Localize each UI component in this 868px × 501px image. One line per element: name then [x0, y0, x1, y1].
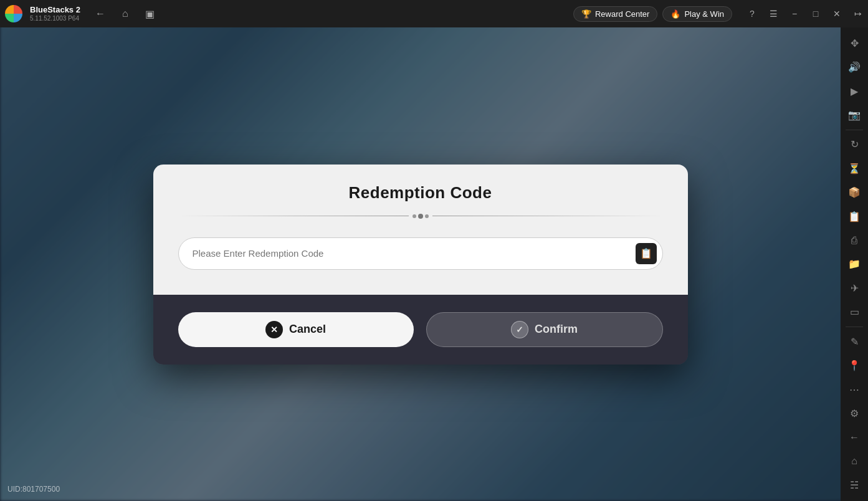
- sidebar-fullscreen-icon[interactable]: ✥: [843, 32, 866, 54]
- sidebar-rotate-icon[interactable]: ↻: [843, 134, 866, 155]
- cancel-icon: ✕: [265, 321, 283, 338]
- sidebar-more-icon[interactable]: ⋯: [843, 379, 866, 400]
- top-bar-right: 🏆 Reward Center 🔥 Play & Win: [573, 6, 732, 22]
- paste-icon: 📋: [640, 247, 652, 259]
- sidebar-settings-icon[interactable]: ⚙: [843, 403, 866, 424]
- sidebar-sound-icon[interactable]: 🔊: [843, 56, 866, 77]
- dialog-top-section: Redemption Code 📋: [153, 165, 688, 295]
- sidebar-timer-icon[interactable]: ⏳: [843, 158, 866, 179]
- sidebar-pages-icon[interactable]: ☵: [843, 475, 866, 496]
- main-area: Redemption Code 📋: [0, 27, 841, 501]
- divider-line-right: [432, 216, 663, 216]
- confirm-label: Confirm: [535, 323, 578, 336]
- minimize-button[interactable]: −: [785, 4, 804, 24]
- app-name: BlueStacks 2: [30, 5, 80, 15]
- play-emoji: 🔥: [670, 9, 680, 19]
- sidebar-pen-icon[interactable]: ✎: [843, 331, 866, 352]
- app-logo: [0, 0, 27, 27]
- reward-emoji: 🏆: [581, 9, 591, 19]
- cancel-label: Cancel: [289, 323, 326, 336]
- redemption-dialog: Redemption Code 📋: [153, 165, 688, 365]
- sidebar-package-icon[interactable]: 📦: [843, 181, 866, 203]
- sidebar-home-icon[interactable]: ⌂: [843, 451, 866, 472]
- uid-label: UID:801707500: [7, 485, 60, 494]
- tabs-button[interactable]: ▣: [140, 4, 160, 24]
- sidebar-divider-1: [846, 130, 863, 130]
- nav-buttons: ← ⌂ ▣: [90, 4, 160, 24]
- sidebar-clipboard-icon[interactable]: 📋: [843, 206, 866, 227]
- divider-line-left: [178, 216, 409, 216]
- sidebar-screenshot-icon[interactable]: ⎙: [843, 229, 866, 250]
- dialog-title: Redemption Code: [178, 183, 663, 203]
- expand-button[interactable]: ↦: [848, 4, 868, 24]
- dialog-bottom-section: ✕ Cancel ✓ Confirm: [153, 295, 688, 365]
- restore-button[interactable]: □: [806, 4, 826, 24]
- sidebar-divider-2: [846, 327, 863, 327]
- right-sidebar: ✥ 🔊 ▶ 📷 ↻ ⏳ 📦 📋 ⎙ 📁 ✈ ▭ ✎ 📍 ⋯ ⚙ ← ⌂ ☵: [841, 27, 868, 501]
- sidebar-folder-icon[interactable]: 📁: [843, 254, 866, 275]
- redemption-code-input[interactable]: [178, 237, 663, 270]
- divider-dot-1: [413, 214, 416, 218]
- dialog-divider: [178, 214, 663, 219]
- sidebar-play-icon[interactable]: ▶: [843, 80, 866, 102]
- sidebar-location-icon[interactable]: 📍: [843, 355, 866, 376]
- top-bar: BlueStacks 2 5.11.52.1003 P64 ← ⌂ ▣ 🏆 Re…: [0, 0, 868, 27]
- reward-label: Reward Center: [595, 9, 649, 19]
- app-version: 5.11.52.1003 P64: [30, 15, 80, 22]
- window-controls: ? ☰ − □ ✕ ↦: [742, 4, 868, 24]
- sidebar-camera-icon[interactable]: 📷: [843, 104, 866, 125]
- divider-dots: [409, 214, 432, 219]
- sidebar-square-icon[interactable]: ▭: [843, 302, 866, 323]
- dialog-backdrop: Redemption Code 📋: [0, 27, 841, 501]
- back-button[interactable]: ←: [90, 4, 110, 24]
- reward-center-button[interactable]: 🏆 Reward Center: [573, 6, 657, 22]
- confirm-icon: ✓: [511, 321, 528, 338]
- play-win-label: Play & Win: [684, 9, 724, 19]
- play-win-button[interactable]: 🔥 Play & Win: [662, 6, 732, 22]
- sidebar-back-icon[interactable]: ←: [843, 427, 866, 448]
- divider-dot-2: [425, 214, 429, 218]
- close-button[interactable]: ✕: [827, 4, 847, 24]
- input-container: 📋: [178, 237, 663, 270]
- divider-dot-center: [418, 214, 423, 219]
- logo-icon: [5, 5, 22, 22]
- menu-button[interactable]: ☰: [763, 4, 783, 24]
- cancel-button[interactable]: ✕ Cancel: [178, 312, 414, 347]
- paste-button[interactable]: 📋: [636, 243, 657, 264]
- confirm-button[interactable]: ✓ Confirm: [426, 312, 663, 347]
- help-button[interactable]: ?: [742, 4, 762, 24]
- home-button[interactable]: ⌂: [115, 4, 135, 24]
- sidebar-flight-icon[interactable]: ✈: [843, 277, 866, 298]
- app-title-group: BlueStacks 2 5.11.52.1003 P64: [30, 5, 80, 22]
